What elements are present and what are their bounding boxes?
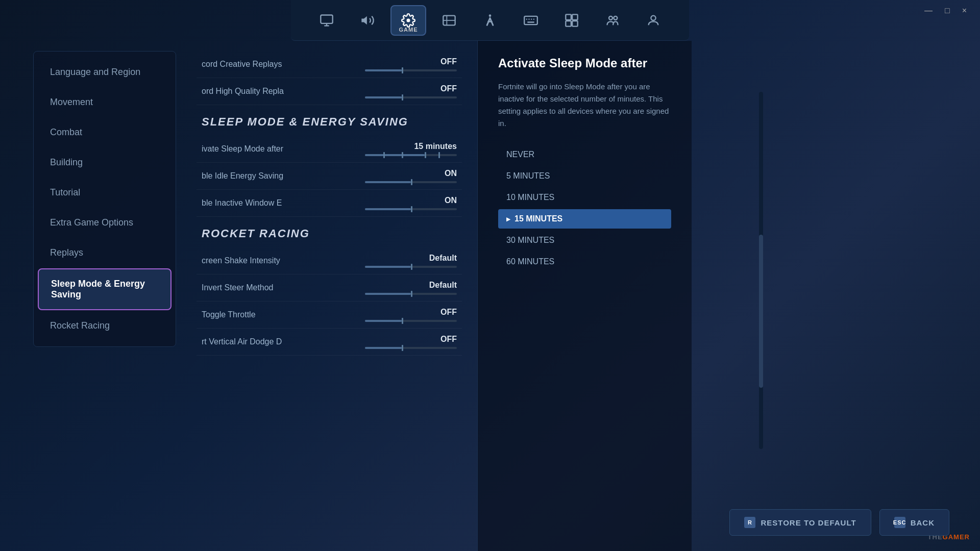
idle-energy-tick [411, 179, 412, 185]
svg-point-20 [614, 16, 617, 19]
nav-game[interactable]: GAME [390, 5, 426, 36]
sleep-mode-tick3 [425, 152, 426, 158]
nav-account[interactable] [635, 5, 671, 36]
nav-game-btn[interactable]: GAME [390, 5, 426, 36]
setting-row-creative-replays: cord Creative Replays OFF [197, 51, 462, 78]
nav-hud-btn[interactable] [554, 5, 590, 36]
sidebar-item-building[interactable]: Building [38, 148, 172, 177]
toggle-throttle-control: OFF [355, 308, 457, 322]
creative-replays-fill [365, 69, 402, 71]
right-panel-description: Fortnite will go into Sleep Mode after y… [498, 81, 671, 130]
steer-method-value: Default [396, 281, 457, 290]
scrollbar[interactable] [759, 92, 763, 449]
nav-display[interactable] [309, 5, 345, 36]
sleep-mode-label: ivate Sleep Mode after [202, 144, 355, 154]
hq-replays-label: ord High Quality Repla [202, 87, 355, 96]
sleep-mode-control: 15 minutes [355, 142, 457, 156]
svg-point-21 [651, 15, 655, 20]
vertical-dodge-control: OFF [355, 335, 457, 349]
vertical-dodge-fill [365, 347, 402, 349]
restore-default-button[interactable]: R RESTORE TO DEFAULT [729, 509, 871, 536]
screen-shake-fill [365, 266, 411, 268]
nav-display-btn[interactable] [309, 5, 345, 36]
sidebar-item-combat[interactable]: Combat [38, 118, 172, 147]
restore-label: RESTORE TO DEFAULT [761, 518, 856, 527]
sleep-mode-tick2 [402, 152, 403, 158]
option-15min[interactable]: 15 MINUTES [498, 209, 671, 229]
option-60min[interactable]: 60 MINUTES [498, 252, 671, 271]
nav-social-btn[interactable] [595, 5, 630, 36]
screen-shake-value: Default [396, 254, 457, 263]
vertical-dodge-slider[interactable] [365, 347, 457, 349]
hq-replays-fill [365, 96, 402, 98]
minimize-button[interactable]: — [921, 5, 936, 16]
steer-method-label: Invert Steer Method [202, 283, 355, 292]
screen-shake-label: creen Shake Intensity [202, 256, 355, 265]
sidebar: Language and Region Movement Combat Buil… [33, 51, 176, 347]
option-never[interactable]: NEVER [498, 145, 671, 164]
settings-panel: cord Creative Replays OFF ord High Quali… [181, 41, 477, 551]
toggle-throttle-slider[interactable] [365, 320, 457, 322]
inactive-window-slider[interactable] [365, 208, 457, 210]
inactive-window-control: ON [355, 196, 457, 210]
sleep-section: SLEEP MODE & ENERGY SAVING ivate Sleep M… [197, 115, 462, 217]
inactive-window-value: ON [396, 196, 457, 205]
svg-rect-9 [524, 16, 537, 24]
vertical-dodge-value: OFF [396, 335, 457, 344]
nav-hud[interactable] [554, 5, 590, 36]
creative-replays-tick [402, 67, 403, 73]
nav-account-btn[interactable] [635, 5, 671, 36]
sidebar-item-replays[interactable]: Replays [38, 238, 172, 267]
hq-replays-value: OFF [396, 84, 457, 93]
idle-energy-label: ble Idle Energy Saving [202, 171, 355, 181]
setting-row-hq-replays: ord High Quality Repla OFF [197, 78, 462, 105]
svg-rect-17 [566, 21, 571, 26]
nav-social[interactable] [595, 5, 630, 36]
nav-controller-map-btn[interactable] [431, 5, 467, 36]
svg-rect-16 [572, 14, 578, 19]
nav-keyboard[interactable] [513, 5, 549, 36]
nav-audio[interactable] [350, 5, 385, 36]
svg-marker-3 [361, 16, 367, 24]
sleep-mode-value: 15 minutes [396, 142, 457, 151]
maximize-button[interactable]: □ [942, 5, 953, 16]
idle-energy-slider[interactable] [365, 181, 457, 183]
option-5min[interactable]: 5 MINUTES [498, 166, 671, 186]
sleep-section-header: SLEEP MODE & ENERGY SAVING [197, 115, 462, 129]
vertical-dodge-label: rt Vertical Air Dodge D [202, 337, 355, 346]
window-controls: — □ × [921, 5, 970, 16]
sidebar-item-tutorial[interactable]: Tutorial [38, 178, 172, 207]
option-30min[interactable]: 30 MINUTES [498, 231, 671, 250]
right-panel-title: Activate Sleep Mode after [498, 56, 671, 70]
setting-row-screen-shake: creen Shake Intensity Default [197, 247, 462, 274]
steer-method-tick [411, 291, 412, 297]
steer-method-fill [365, 293, 411, 295]
sidebar-item-rocket[interactable]: Rocket Racing [38, 311, 172, 340]
scroll-thumb[interactable] [759, 235, 763, 388]
game-tab-label: GAME [399, 27, 418, 33]
back-button[interactable]: ESC BACK [879, 509, 949, 536]
top-nav: GAME [291, 0, 689, 41]
screen-shake-slider[interactable] [365, 266, 457, 268]
sleep-mode-slider[interactable] [365, 154, 457, 156]
replays-section: cord Creative Replays OFF ord High Quali… [197, 51, 462, 105]
steer-method-slider[interactable] [365, 293, 457, 295]
nav-accessibility-btn[interactable] [472, 5, 508, 36]
sidebar-item-sleep[interactable]: Sleep Mode & Energy Saving [38, 268, 172, 310]
nav-accessibility[interactable] [472, 5, 508, 36]
idle-energy-control: ON [355, 169, 457, 183]
nav-controller-map[interactable] [431, 5, 467, 36]
rocket-racing-header: ROCKET RACING [197, 227, 462, 240]
sidebar-item-extra[interactable]: Extra Game Options [38, 208, 172, 237]
idle-energy-value: ON [396, 169, 457, 178]
sidebar-item-movement[interactable]: Movement [38, 88, 172, 117]
nav-audio-btn[interactable] [350, 5, 385, 36]
hq-replays-slider[interactable] [365, 96, 457, 98]
creative-replays-slider[interactable] [365, 69, 457, 71]
option-10min[interactable]: 10 MINUTES [498, 188, 671, 207]
nav-keyboard-btn[interactable] [513, 5, 549, 36]
close-button[interactable]: × [959, 5, 970, 16]
sleep-mode-fill [365, 154, 425, 156]
sidebar-item-language[interactable]: Language and Region [38, 58, 172, 87]
creative-replays-label: cord Creative Replays [202, 60, 355, 69]
